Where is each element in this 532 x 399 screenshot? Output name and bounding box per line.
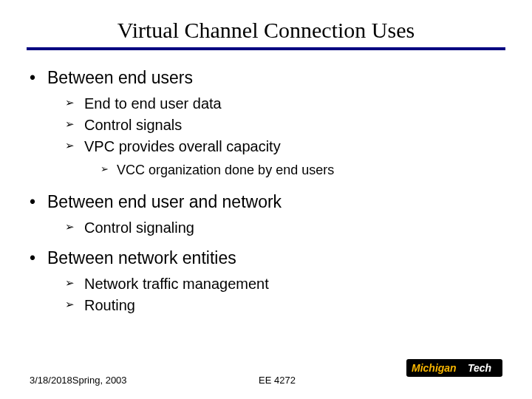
bullet-dot-icon: • (30, 247, 47, 270)
bullet-lvl1: • Between network entities (30, 247, 502, 270)
bullet-lvl2: ➢ Routing (65, 296, 502, 316)
footer-date: 3/18/2018 (30, 375, 72, 386)
bullet-lvl2: ➢ End to end user data (65, 94, 502, 114)
bullet-text: Control signaling (84, 218, 194, 238)
bullet-dot-icon: • (30, 191, 47, 214)
bullet-text: Between end users (47, 66, 193, 89)
bullet-lvl2: ➢ Control signaling (65, 218, 502, 238)
page-title: Virtual Channel Connection Uses (30, 18, 502, 43)
bullet-text: VCC organization done by end users (117, 161, 334, 179)
bullet-dot-icon: • (30, 66, 47, 89)
bullet-text: Control signals (84, 115, 182, 135)
bullet-text: Network traffic management (84, 274, 269, 294)
bullet-text: VPC provides overall capacity (84, 137, 281, 157)
title-rule (27, 47, 505, 50)
bullet-text: Between end user and network (47, 191, 282, 214)
bullet-lvl3: ➢ VCC organization done by end users (100, 161, 502, 179)
bullet-lvl2: ➢ VPC provides overall capacity (65, 137, 502, 157)
footer: 3/18/2018Spring, 2003 EE 4272 Michigan T… (30, 375, 502, 386)
bullet-arrow-icon: ➢ (65, 218, 84, 238)
content-body: • Between end users ➢ End to end user da… (30, 66, 502, 316)
bullet-lvl2: ➢ Control signals (65, 115, 502, 135)
slide: Virtual Channel Connection Uses • Betwee… (0, 0, 532, 399)
bullet-arrow-icon: ➢ (65, 137, 84, 157)
bullet-text: Between network entities (47, 247, 236, 270)
bullet-arrow-icon: ➢ (65, 115, 84, 135)
footer-term: Spring, 2003 (72, 375, 127, 386)
michigan-tech-logo-icon: Michigan Tech (406, 358, 502, 378)
bullet-arrow-icon: ➢ (65, 296, 84, 316)
bullet-arrow-icon: ➢ (65, 94, 84, 114)
bullet-lvl1: • Between end users (30, 66, 502, 89)
bullet-arrow-icon: ➢ (65, 274, 84, 294)
bullet-text: Routing (84, 296, 135, 316)
svg-text:Tech: Tech (468, 362, 491, 374)
bullet-lvl1: • Between end user and network (30, 191, 502, 214)
footer-left: 3/18/2018Spring, 2003 (30, 375, 251, 386)
svg-text:Michigan: Michigan (412, 362, 457, 374)
bullet-lvl2: ➢ Network traffic management (65, 274, 502, 294)
bullet-text: End to end user data (84, 94, 222, 114)
bullet-arrow-icon: ➢ (100, 161, 117, 179)
